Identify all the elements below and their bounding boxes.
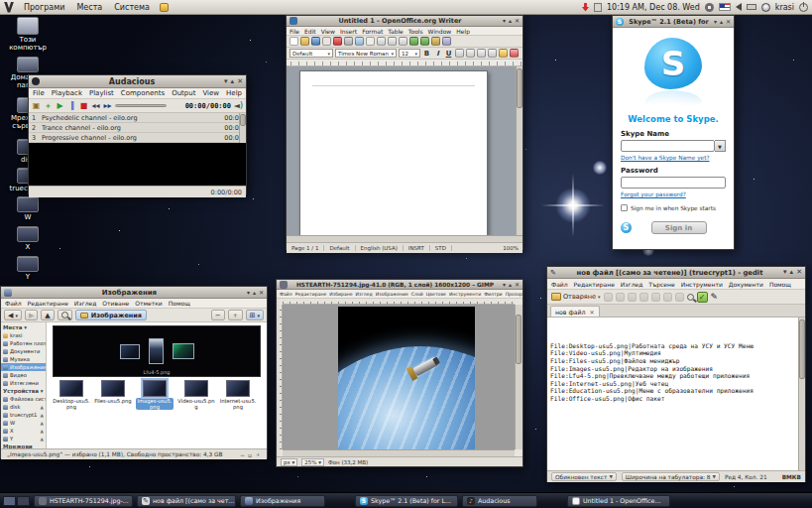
next-icon[interactable]: ▸▸ [103, 101, 112, 110]
menu-item[interactable]: Редактиране [28, 300, 68, 307]
clock[interactable]: 10:19 AM, Dec 08. Wed [607, 3, 700, 12]
eject-icon[interactable]: ▲ [41, 413, 44, 418]
menu-item[interactable]: Редактиране [295, 292, 327, 297]
file-item[interactable]: Desktop-usu5.png [53, 380, 90, 410]
open-icon[interactable] [300, 37, 309, 46]
menu-item[interactable]: Отиване [102, 300, 129, 307]
pause-icon[interactable]: ‖ [67, 101, 76, 110]
gedit-text-area[interactable]: File:Desktop-usu5.png|Работната среда на… [547, 318, 805, 470]
menu-item[interactable]: Playback [52, 89, 82, 97]
menu-item[interactable]: Цветове [426, 292, 446, 297]
font-color-icon[interactable] [510, 49, 519, 58]
zoom-in-button[interactable]: ＋ [228, 310, 243, 320]
cut-icon[interactable] [377, 37, 386, 46]
highlight-color-icon[interactable] [499, 49, 508, 58]
maximize-button[interactable]: ▴ [231, 78, 235, 85]
desktop-icon-x[interactable]: X [5, 226, 51, 251]
menu-item[interactable]: Търсене [648, 281, 674, 288]
menu-item[interactable]: Документи [729, 281, 763, 288]
forward-button[interactable]: ▶ [25, 310, 38, 320]
edit-mode-icon[interactable]: ✎ [711, 292, 719, 302]
filemanager-titlebar[interactable]: Изображения ▾ ▴ ✕ [1, 287, 267, 299]
playlist-row[interactable]: 3 Progressive channel - eilo.org 00:00 [29, 133, 246, 143]
menu-item[interactable]: Отметки [135, 300, 162, 307]
places-header[interactable]: Места ▾ [1, 323, 46, 331]
scrollbar-thumb[interactable] [240, 114, 246, 126]
zoom-level[interactable]: 100% [499, 245, 522, 251]
devices-header[interactable]: Устройства ▾ [1, 387, 46, 395]
maximize-button[interactable]: ▴ [509, 18, 512, 24]
sidebar-place-item[interactable]: Документи [1, 347, 46, 355]
minimize-button[interactable]: ▾ [503, 18, 506, 24]
seek-slider[interactable] [115, 104, 167, 107]
writer-page[interactable] [299, 70, 488, 235]
selection-mode-indicator[interactable]: STD [430, 245, 452, 251]
menu-item[interactable]: Изглед [621, 281, 643, 288]
writer-document-area[interactable] [287, 66, 522, 235]
save-icon[interactable] [311, 37, 320, 46]
desktop-icon-y[interactable]: Y [5, 256, 51, 281]
menu-item[interactable]: Window [428, 28, 452, 35]
font-size-select[interactable]: 12▾ [399, 49, 420, 58]
file-item[interactable]: Files-usu5.png [94, 380, 132, 410]
underline-button[interactable]: U [444, 50, 453, 58]
menu-item[interactable]: Файл [5, 300, 22, 307]
bold-button[interactable]: B [422, 50, 431, 58]
sidebar-place-item[interactable]: Изтеглени [1, 379, 46, 387]
justify-icon[interactable] [488, 49, 497, 58]
tab-close-icon[interactable]: ✕ [590, 309, 595, 316]
eject-icon[interactable]: ▲ [41, 437, 44, 442]
signin-checkbox[interactable] [621, 204, 628, 211]
location-breadcrumb[interactable]: Изображения [75, 310, 147, 320]
back-button[interactable]: ◀ ▾ [4, 310, 22, 320]
spellcheck-icon[interactable] [366, 37, 375, 46]
playlist-row[interactable]: 2 Trance channel - eilo.org 00:00 [29, 123, 246, 133]
eject-icon[interactable]: ▲ [41, 405, 44, 410]
earth-image[interactable] [338, 307, 475, 449]
gear-icon[interactable] [705, 3, 714, 12]
user-name[interactable]: krasi [775, 3, 794, 12]
eject-icon[interactable]: ▲ [41, 429, 44, 434]
clipboard-tray-icon[interactable] [594, 3, 602, 12]
menu-item[interactable]: Инструменти [681, 281, 723, 288]
play-icon[interactable]: ▶ [56, 101, 64, 110]
menu-item[interactable]: File [290, 28, 299, 35]
skype-titlebar[interactable]: S Skype™ 2.1 (Beta) for ▾ ▴ ✕ [613, 16, 734, 28]
menu-item[interactable]: Playlist [89, 89, 114, 97]
taskbar-button-gimp[interactable]: HSTEARTH-751294.jpg-... [34, 495, 133, 507]
menu-applications[interactable]: Програми [22, 3, 66, 12]
menu-item[interactable]: Помощ [169, 300, 190, 307]
playlist-row[interactable]: 1 Psychedelic channel - eilo.org 00:00 [29, 113, 246, 123]
scrollbar-thumb[interactable] [516, 315, 522, 364]
scrollbar-thumb[interactable] [517, 68, 522, 108]
menu-item[interactable]: Филтри [484, 292, 502, 297]
zoom-out-icon[interactable]: − [240, 451, 245, 458]
menu-item[interactable]: Файл [280, 292, 292, 297]
eject-icon[interactable]: ▲ [41, 421, 44, 426]
workspace-1[interactable] [3, 496, 16, 506]
sidebar-device-item[interactable]: W ▲ [1, 419, 46, 427]
playlist-scrollbar[interactable] [239, 113, 246, 143]
sidebar-device-item[interactable]: Файлова система ▲ [1, 395, 46, 403]
writer-horizontal-scrollbar[interactable] [287, 235, 522, 242]
menu-places[interactable]: Места [74, 3, 104, 12]
language-indicator[interactable]: English (USA) [356, 245, 404, 251]
writer-titlebar[interactable]: Untitled 1 - OpenOffice.org Writer ▾ ▴ ✕ [287, 16, 522, 27]
minimize-button[interactable]: ▾ [783, 269, 787, 276]
export-pdf-icon[interactable] [333, 37, 342, 46]
launcher-icon[interactable] [160, 3, 169, 12]
close-button[interactable]: ✕ [237, 78, 243, 85]
menu-item[interactable]: File [33, 89, 45, 97]
minimize-button[interactable]: ▾ [247, 290, 250, 296]
sidebar-place-item[interactable]: Музика [1, 355, 46, 363]
menu-item[interactable]: Помощ [769, 281, 791, 288]
user-avatar-icon[interactable] [761, 3, 770, 12]
taskbar-button-writer[interactable]: Untitled 1 - OpenOffice... [567, 495, 670, 507]
minimize-button[interactable]: ▾ [224, 78, 228, 85]
sidebar-place-item[interactable]: Работен плот [1, 339, 46, 347]
previous-icon[interactable]: ◂◂ [91, 101, 100, 110]
taskbar-button-filemanager[interactable]: Изображения [240, 495, 325, 507]
menu-item[interactable]: Help [226, 89, 242, 97]
close-button[interactable]: ✕ [515, 282, 520, 288]
skype-status-icon[interactable]: S [621, 222, 632, 233]
